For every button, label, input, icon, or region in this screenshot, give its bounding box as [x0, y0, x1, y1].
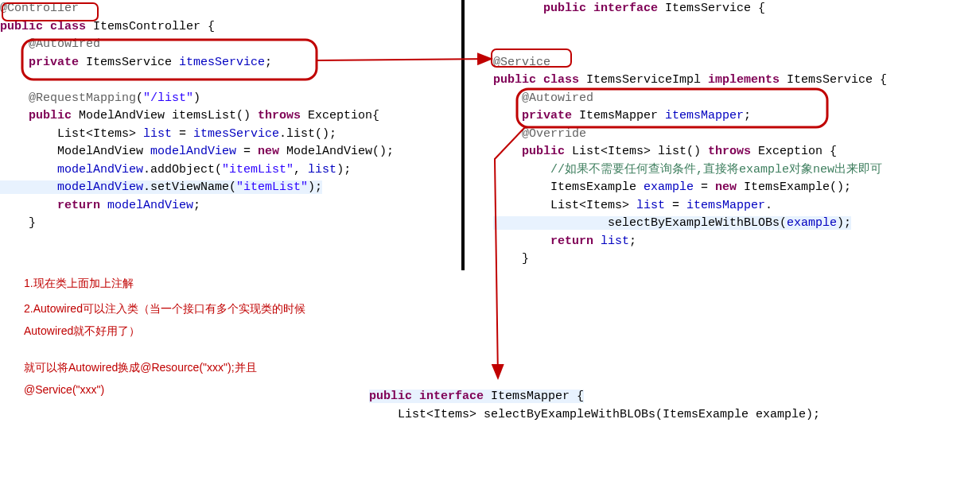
code: .addObject( — [143, 163, 222, 176]
right-code-panel: public interface ItemsService { @Service… — [493, 0, 970, 269]
code — [0, 199, 57, 212]
kw: new — [715, 180, 737, 194]
kw: public — [543, 2, 586, 15]
code: } — [0, 216, 36, 230]
sig: List<Items> list() — [565, 145, 708, 158]
sp — [412, 390, 419, 403]
note-1: 1.现在类上面加上注解 — [24, 272, 310, 294]
code: .setViewName( — [143, 180, 236, 194]
code: ItemsExample(); — [737, 180, 851, 194]
code — [493, 163, 550, 176]
annotation-notes: 1.现在类上面加上注解 2.Autowired可以注入类（当一个接口有多个实现类… — [24, 269, 310, 404]
left-code: @Controller public class ItemsController… — [0, 0, 461, 233]
var: modelAndView — [57, 180, 143, 194]
type: ItemsService — [79, 56, 179, 69]
kw: throws — [708, 145, 751, 158]
code: List<Items> — [0, 127, 143, 141]
note-2: 2.Autowired可以注入类（当一个接口有多个实现类的时候Autowired… — [24, 297, 310, 342]
reqmapping-annotation: @RequestMapping — [29, 91, 136, 105]
code — [100, 199, 107, 212]
var: modelAndView — [150, 145, 236, 158]
code: = — [694, 180, 715, 194]
classname: ItemsService { — [780, 73, 887, 87]
code: , — [294, 163, 308, 176]
sig: Exception{ — [301, 109, 379, 122]
code: = — [172, 127, 193, 141]
kw: public — [493, 73, 536, 87]
override-annotation: @Override — [522, 127, 586, 141]
left-code-panel: @Controller public class ItemsController… — [0, 0, 461, 233]
service-annotation: @Service — [493, 56, 550, 69]
comment: //如果不需要任何查询条件,直接将example对象new出来即可 — [550, 163, 882, 176]
string: "itemList" — [222, 163, 294, 176]
code: ); — [837, 216, 851, 230]
sig: Exception { — [751, 145, 837, 158]
field: itemsMapper — [665, 109, 744, 122]
kw: implements — [708, 73, 780, 87]
paren: ( — [136, 91, 143, 105]
field: itmesService — [179, 56, 265, 69]
autowired-annotation: @Autowired — [522, 91, 593, 105]
var: list — [636, 199, 665, 212]
kw: public — [369, 390, 412, 403]
kw: private — [29, 56, 79, 69]
code: . — [765, 199, 772, 212]
code — [493, 235, 550, 248]
sp — [536, 73, 543, 87]
right-code: public interface ItemsService { @Service… — [493, 0, 970, 269]
vertical-divider — [461, 0, 465, 270]
code: ModelAndView — [0, 145, 150, 158]
code: ); — [336, 163, 351, 176]
code — [0, 163, 57, 176]
var: list — [143, 127, 172, 141]
code — [593, 235, 601, 248]
autowired-annotation: @Autowired — [29, 37, 100, 51]
classname: ItemsServiceImpl — [579, 73, 708, 87]
code: = — [665, 199, 686, 212]
code: List<Items> — [493, 199, 636, 212]
kw: private — [522, 109, 572, 122]
kw: public — [0, 20, 43, 33]
paren: ) — [193, 91, 200, 105]
code: selectByExampleWithBLOBs( — [493, 216, 787, 230]
field: itemsMapper — [686, 199, 765, 212]
classname: ItemsMapper { — [484, 390, 584, 403]
kw: new — [258, 145, 279, 158]
code: ItemsExample — [493, 180, 644, 194]
kw: public — [29, 109, 72, 122]
kw: return — [57, 199, 100, 212]
bottom-code-panel: public interface ItemsMapper { List<Item… — [369, 388, 958, 424]
code: .list(); — [279, 127, 336, 141]
code: } — [493, 252, 529, 266]
sp — [586, 2, 593, 15]
note-3: 就可以将Autowired换成@Resource("xxx");并且@Servi… — [24, 356, 310, 401]
string: "/list" — [143, 91, 193, 105]
kw: return — [550, 235, 593, 248]
var: modelAndView — [107, 199, 193, 212]
code: = — [236, 145, 258, 158]
code: List<Items> selectByExampleWithBLOBs(Ite… — [369, 408, 820, 421]
code: ModelAndView(); — [279, 145, 394, 158]
semi: ; — [265, 56, 272, 69]
var: list — [308, 163, 336, 176]
classname: ItemsService { — [658, 2, 765, 15]
code: ; — [193, 199, 200, 212]
var: modelAndView — [57, 163, 143, 176]
field: itmesService — [193, 127, 279, 141]
kw: interface — [593, 2, 658, 15]
semi: ; — [744, 109, 751, 122]
type: ItemsMapper — [572, 109, 665, 122]
bottom-code: public interface ItemsMapper { List<Item… — [369, 388, 958, 424]
code: ); — [308, 180, 322, 194]
var: list — [601, 235, 629, 248]
sig: ModelAndView itemsList() — [72, 109, 258, 122]
code — [0, 180, 57, 194]
code: ; — [629, 235, 636, 248]
var: example — [787, 216, 837, 230]
kw: class — [50, 20, 86, 33]
controller-annotation: @Controller — [0, 2, 79, 15]
kw: public — [522, 145, 565, 158]
kw: interface — [419, 390, 484, 403]
classname: ItemsController { — [86, 20, 215, 33]
kw: throws — [258, 109, 301, 122]
